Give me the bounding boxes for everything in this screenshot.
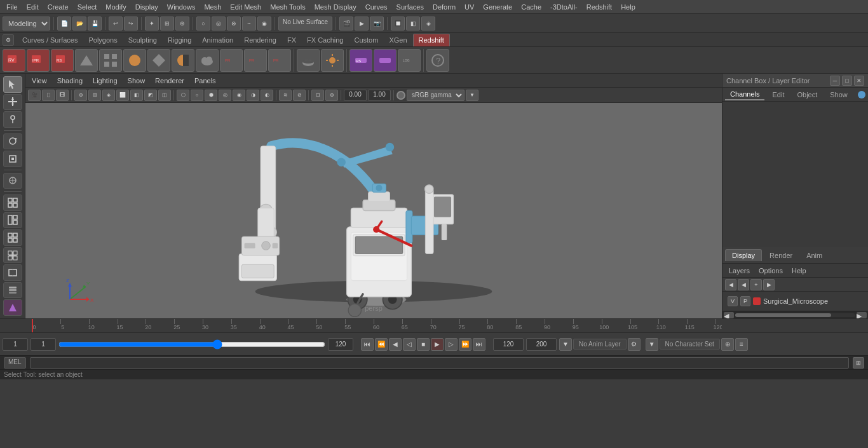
redo-btn[interactable]: ↪ [124, 17, 138, 31]
shelf-icon-rs2[interactable] [75, 49, 98, 72]
shelf-icon-mat1[interactable]: RS [349, 49, 372, 72]
no-live-surface-btn[interactable]: No Live Surface [278, 17, 332, 31]
viewport-menu-panels[interactable]: Panels [192, 76, 219, 86]
shelf-tab-polygons[interactable]: Polygons [83, 34, 122, 46]
scale-tool[interactable] [3, 151, 22, 167]
shelf-icon-rv[interactable]: RV [3, 49, 25, 72]
snapshot-btn[interactable]: 📷 [370, 17, 384, 31]
menu-surfaces[interactable]: Surfaces [393, 2, 428, 12]
shelf-tab-custom[interactable]: Custom [349, 34, 384, 46]
select-tool[interactable] [3, 76, 22, 93]
menu-cache[interactable]: Cache [517, 2, 545, 12]
shelf-icon-cloud[interactable] [196, 49, 219, 72]
lasso-btn[interactable]: ○ [196, 17, 210, 31]
frame-range-end-input[interactable] [328, 338, 353, 351]
shelf-icon-grid[interactable] [99, 49, 122, 72]
layer-v-btn[interactable]: V [728, 296, 738, 306]
paint-btn[interactable]: ◎ [212, 17, 226, 31]
quad-tool[interactable] [3, 229, 22, 246]
vp-cage-btn[interactable]: ⬢ [205, 90, 217, 101]
layer-arrow-right[interactable]: ▶ [763, 279, 775, 290]
xray-btn[interactable]: ◈ [421, 17, 435, 31]
menu-mesh-display[interactable]: Mesh Display [311, 2, 360, 12]
shelf-icon-diamond[interactable] [147, 49, 170, 72]
layer-add-btn[interactable]: + [750, 279, 762, 290]
vp-textured-btn[interactable]: ◩ [144, 90, 157, 101]
menu-file[interactable]: File [3, 2, 22, 12]
shelf-settings-btn[interactable]: ⚙ [3, 34, 14, 46]
cb-tab-channels[interactable]: Channels [725, 89, 764, 100]
dra-tab-anim[interactable]: Anim [800, 250, 829, 261]
layers-menu-layers[interactable]: Layers [726, 266, 752, 276]
shelf-tab-rendering[interactable]: Rendering [239, 34, 281, 46]
layers-scroll-thumb[interactable] [735, 313, 831, 317]
shelf-icon-pr2[interactable]: PR [244, 49, 267, 72]
vp-env-btn[interactable]: ◉ [233, 90, 245, 101]
playback-first-btn[interactable]: ⏮ [361, 338, 374, 351]
menu-generate[interactable]: Generate [479, 2, 516, 12]
cam-btn[interactable]: 🔲 [391, 17, 405, 31]
layers-menu-options[interactable]: Options [756, 266, 785, 276]
shelf-icon-help[interactable]: ? [426, 49, 449, 72]
frame-range-slider[interactable] [58, 339, 325, 350]
menu-3dtoall[interactable]: -3DtoAll- [546, 2, 581, 12]
vp-dof-btn[interactable]: ⊘ [293, 90, 306, 101]
curve-btn[interactable]: ~ [242, 17, 256, 31]
playback-prev-key-btn[interactable]: ⏪ [375, 338, 388, 351]
menu-redshift[interactable]: Redshift [583, 2, 616, 12]
snap-btn[interactable]: ⊞ [160, 17, 174, 31]
vp-motion-blur-btn[interactable]: ≋ [279, 90, 292, 101]
layout-tool[interactable] [3, 212, 22, 229]
dra-tab-render[interactable]: Render [763, 250, 799, 261]
menu-mesh[interactable]: Mesh [200, 2, 225, 12]
playback-play-fwd-btn[interactable]: ▶ [431, 338, 444, 351]
layers-scroll-right[interactable]: ▶ [857, 312, 867, 318]
menu-windows[interactable]: Windows [163, 2, 200, 12]
render-view-btn[interactable]: 🎬 [339, 17, 353, 31]
panel-collapse-btn[interactable]: ─ [830, 76, 840, 86]
shelf-tab-rigging[interactable]: Rigging [163, 34, 196, 46]
playback-next-key-btn[interactable]: ⏩ [459, 338, 471, 351]
vp-value2[interactable]: 1.00 [368, 90, 391, 101]
rotate-tool[interactable] [3, 133, 22, 150]
shelf-icon-rs[interactable]: RS [51, 49, 74, 72]
shelf-tab-xgen[interactable]: XGen [384, 34, 412, 46]
layer-arrow-left2[interactable]: ◀ [738, 279, 749, 290]
viewport-menu-lighting[interactable]: Lighting [90, 76, 120, 86]
vp-cam-btn2[interactable]: ⎕ [42, 90, 55, 101]
snap-pts-tool[interactable] [3, 194, 22, 211]
layer-item-surgical[interactable]: V P Surgical_Microscope [725, 294, 865, 308]
vp-ao-btn[interactable]: ◐ [261, 90, 273, 101]
workspace-selector[interactable]: Modeling [3, 17, 50, 31]
vp-sel-btn[interactable]: ⊞ [88, 90, 101, 101]
shelf-tab-animation[interactable]: Animation [197, 34, 238, 46]
vp-color-btn[interactable]: ◈ [102, 90, 115, 101]
shelf-tab-fx-caching[interactable]: FX Caching [302, 34, 348, 46]
anim-layer-dropdown-arrow[interactable]: ▼ [559, 338, 572, 351]
frame-total-input[interactable] [526, 338, 557, 351]
menu-display[interactable]: Display [132, 2, 162, 12]
plus-tool[interactable] [3, 247, 22, 264]
shelf-icon-pr-merge[interactable]: PR [220, 49, 243, 72]
layers-scroll-left[interactable]: ◀ [724, 312, 734, 318]
vp-value1[interactable]: 0.00 [344, 90, 367, 101]
shelf-tab-sculpting[interactable]: Sculpting [123, 34, 162, 46]
timeline-ruler[interactable]: 0510152025303540455055606570758085909510… [25, 319, 722, 332]
menu-help[interactable]: Help [617, 2, 639, 12]
menu-deform[interactable]: Deform [429, 2, 459, 12]
save-scene-btn[interactable]: 💾 [88, 17, 102, 31]
no-char-set-label[interactable]: No Character Set [660, 339, 720, 350]
move-tool[interactable] [3, 94, 22, 111]
rs-tool[interactable] [3, 299, 22, 316]
layer-tool[interactable] [3, 282, 22, 299]
cb-tab-edit[interactable]: Edit [767, 90, 789, 100]
select-btn[interactable]: ✦ [145, 17, 159, 31]
new-scene-btn[interactable]: 📄 [57, 17, 71, 31]
shelf-tab-fx[interactable]: FX [282, 34, 301, 46]
menu-edit-mesh[interactable]: Edit Mesh [226, 2, 265, 12]
cb-tab-show[interactable]: Show [825, 90, 853, 100]
menu-select[interactable]: Select [74, 2, 101, 12]
vp-snap-btn[interactable]: ⊕ [74, 90, 87, 101]
vp-cam-btn1[interactable]: 🎥 [28, 90, 41, 101]
layer-p-btn[interactable]: P [740, 296, 750, 306]
